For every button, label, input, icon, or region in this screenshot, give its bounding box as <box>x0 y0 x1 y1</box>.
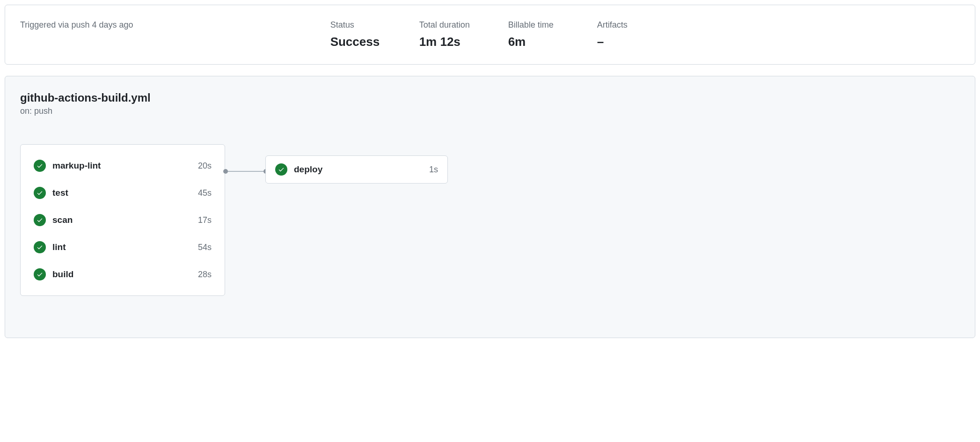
success-check-icon <box>34 214 46 226</box>
stat-billable-label: Billable time <box>508 20 560 30</box>
stat-artifacts-value: – <box>597 35 649 49</box>
job-name: deploy <box>294 164 429 175</box>
stat-status-label: Status <box>330 20 382 30</box>
job-duration: 45s <box>198 188 212 198</box>
job-card-deploy[interactable]: deploy 1s <box>265 155 448 184</box>
success-check-icon <box>34 268 46 280</box>
stat-status: Status Success <box>330 20 382 49</box>
workflow-trigger-event: on: push <box>20 106 960 116</box>
success-check-icon <box>275 163 287 176</box>
success-check-icon <box>34 241 46 253</box>
job-card-build[interactable]: build28s <box>21 261 225 288</box>
stat-duration-label: Total duration <box>419 20 471 30</box>
stat-billable-value: 6m <box>508 35 560 49</box>
workflow-graph-card: github-actions-build.yml on: push markup… <box>5 76 975 338</box>
job-name: test <box>52 188 198 198</box>
success-check-icon <box>34 187 46 199</box>
job-duration: 28s <box>198 270 212 280</box>
graph-connector-dot-left <box>223 169 228 174</box>
job-duration: 54s <box>198 243 212 252</box>
job-duration: 17s <box>198 215 212 225</box>
job-name: scan <box>52 215 198 225</box>
stat-status-value: Success <box>330 35 382 49</box>
success-check-icon <box>34 160 46 172</box>
job-name: build <box>52 269 198 280</box>
trigger-info: Triggered via push 4 days ago <box>20 20 330 49</box>
run-summary-card: Triggered via push 4 days ago Status Suc… <box>5 5 975 65</box>
stat-billable: Billable time 6m <box>508 20 560 49</box>
workflow-file-title: github-actions-build.yml <box>20 91 960 104</box>
job-card-markup-lint[interactable]: markup-lint20s <box>21 152 225 179</box>
graph-connector-line <box>225 171 265 172</box>
job-name: markup-lint <box>52 161 198 171</box>
job-duration: 1s <box>429 165 438 175</box>
job-card-test[interactable]: test45s <box>21 179 225 206</box>
stat-artifacts-label: Artifacts <box>597 20 649 30</box>
stat-duration-value: 1m 12s <box>419 35 471 49</box>
trigger-text: Triggered via push 4 days ago <box>20 20 133 29</box>
summary-stats: Status Success Total duration 1m 12s Bil… <box>330 20 960 49</box>
stat-duration: Total duration 1m 12s <box>419 20 471 49</box>
job-card-lint[interactable]: lint54s <box>21 234 225 261</box>
stat-artifacts: Artifacts – <box>597 20 649 49</box>
workflow-graph: markup-lint20stest45sscan17slint54sbuild… <box>20 144 960 322</box>
job-group-parallel: markup-lint20stest45sscan17slint54sbuild… <box>20 144 225 296</box>
job-card-scan[interactable]: scan17s <box>21 206 225 234</box>
job-duration: 20s <box>198 161 212 171</box>
job-name: lint <box>52 242 198 252</box>
